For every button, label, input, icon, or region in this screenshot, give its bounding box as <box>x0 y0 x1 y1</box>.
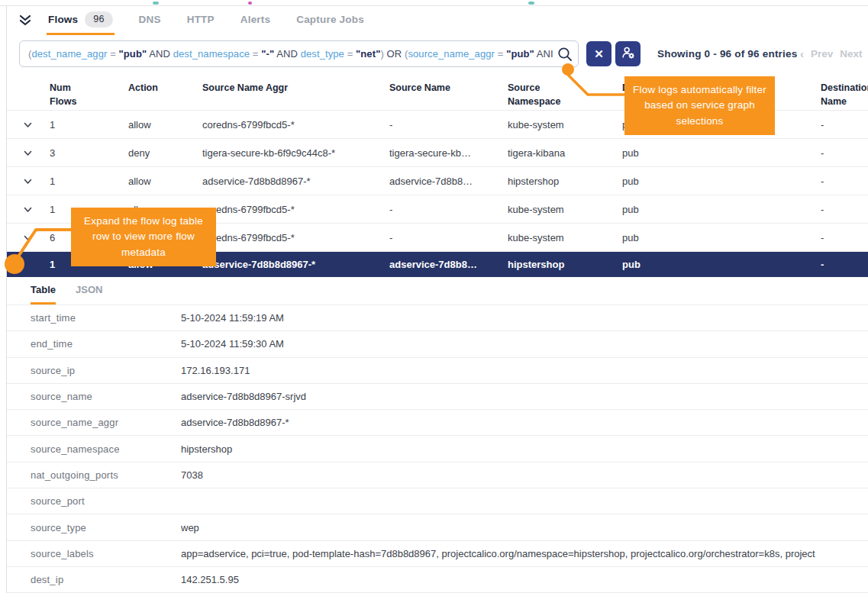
col-source-namespace: Source Namespace <box>508 82 576 108</box>
field-value: 7038 <box>181 469 868 481</box>
cropped-graph-fragment <box>153 2 159 5</box>
expand-chevron-icon[interactable] <box>23 233 50 243</box>
table-row[interactable]: 1 allow adservice-7d8b8d8967-* adservice… <box>7 167 868 195</box>
detail-field-row: nat_outgoing_ports 7038 <box>7 462 868 488</box>
detail-field-row: source_type wep <box>7 514 868 540</box>
flow-detail-panel: Table JSON start_time 5-10-2024 11:59:19… <box>7 277 868 593</box>
pagination: ‹ Prev Next › <box>800 40 868 67</box>
detail-field-row: end_time 5-10-2024 11:59:30 AM <box>7 331 868 357</box>
detail-tab-json[interactable]: JSON <box>76 277 102 305</box>
field-key: source_ip <box>31 365 181 376</box>
detail-field-row: dest_ip 142.251.5.95 <box>7 567 868 593</box>
user-gear-icon <box>621 45 636 63</box>
detail-field-row: source_labels app=adservice, pci=true, p… <box>7 541 868 567</box>
showing-entries-text: Showing 0 - 96 of 96 entries <box>657 40 797 67</box>
field-value: wep <box>181 522 868 533</box>
expand-chevron-icon[interactable] <box>23 120 50 130</box>
field-value: 172.16.193.171 <box>181 365 868 376</box>
col-num-flows: Num Flows <box>50 82 84 108</box>
field-value: 5-10-2024 11:59:30 AM <box>181 338 868 350</box>
field-value: 142.251.5.95 <box>181 574 868 585</box>
annotation-expand-tooltip: Expand the flow log table row to view mo… <box>71 208 216 266</box>
field-value: hipstershop <box>181 443 868 455</box>
tab-flows-label: Flows <box>48 14 78 25</box>
field-key: source_port <box>31 495 181 507</box>
flow-log-tabbar: Flows 96 DNS HTTP Alerts Capture Jobs <box>7 6 868 35</box>
field-key: start_time <box>31 312 181 324</box>
clear-filter-button[interactable]: ✕ <box>586 41 611 66</box>
user-settings-button[interactable] <box>615 41 641 66</box>
flows-count-badge: 96 <box>85 11 112 27</box>
field-value: adservice-7d8b8d8967-srjvd <box>181 391 868 402</box>
field-value: app=adservice, pci=true, pod-template-ha… <box>181 548 868 559</box>
col-source-name-aggr: Source Name Aggr <box>202 82 389 95</box>
tab-dns[interactable]: DNS <box>137 6 163 35</box>
prev-chevron-icon: ‹ <box>800 47 804 60</box>
close-icon: ✕ <box>594 47 604 61</box>
expand-chevron-icon[interactable] <box>23 205 50 214</box>
annotation-filter-tooltip: Flow logs automatically filter based on … <box>624 76 775 135</box>
cropped-top-strip <box>0 0 868 6</box>
next-button[interactable]: Next <box>840 48 862 60</box>
detail-field-row: source_namespace hipstershop <box>7 436 868 462</box>
detail-tabbar: Table JSON <box>7 277 868 305</box>
col-source-name: Source Name <box>389 82 508 95</box>
prev-button[interactable]: Prev <box>811 48 833 60</box>
tab-capture-jobs[interactable]: Capture Jobs <box>295 6 366 35</box>
field-key: source_namespace <box>31 443 181 455</box>
expand-chevron-icon[interactable] <box>23 148 50 158</box>
double-chevron-down-icon[interactable] <box>18 6 33 35</box>
field-key: source_type <box>31 522 181 533</box>
filter-query-input[interactable]: (dest_name_aggr = "pub" AND dest_namespa… <box>19 40 579 67</box>
field-value: adservice-7d8b8d8967-* <box>181 417 868 428</box>
field-key: dest_ip <box>31 574 181 585</box>
tab-flows[interactable]: Flows 96 <box>47 6 115 35</box>
detail-field-row: source_name adservice-7d8b8d8967-srjvd <box>7 384 868 410</box>
field-key: end_time <box>31 338 181 350</box>
detail-field-row: source_ip 172.16.193.171 <box>7 358 868 384</box>
field-key: source_labels <box>31 548 181 559</box>
detail-field-row: start_time 5-10-2024 11:59:19 AM <box>7 305 868 331</box>
field-key: source_name <box>31 391 181 402</box>
cropped-graph-fragment <box>248 2 252 5</box>
detail-field-row: source_name_aggr adservice-7d8b8d8967-* <box>7 410 868 436</box>
field-key: nat_outgoing_ports <box>31 469 181 481</box>
search-icon[interactable] <box>557 46 573 65</box>
tab-http[interactable]: HTTP <box>186 6 216 35</box>
cropped-graph-fragment <box>528 2 534 5</box>
field-value: 5-10-2024 11:59:19 AM <box>181 312 868 324</box>
filter-query: (dest_name_aggr = "pub" AND dest_namespa… <box>28 48 553 60</box>
table-row[interactable]: 3 deny tigera-secure-kb-6f9c9c44c8-* tig… <box>7 139 868 167</box>
tab-alerts[interactable]: Alerts <box>239 6 272 35</box>
expand-chevron-icon[interactable] <box>23 176 50 186</box>
detail-tab-table[interactable]: Table <box>31 277 56 305</box>
field-key: source_name_aggr <box>31 417 181 428</box>
col-action: Action <box>128 82 202 95</box>
col-destination-name: Destination Name <box>821 82 868 108</box>
detail-field-row: source_port <box>7 488 868 514</box>
